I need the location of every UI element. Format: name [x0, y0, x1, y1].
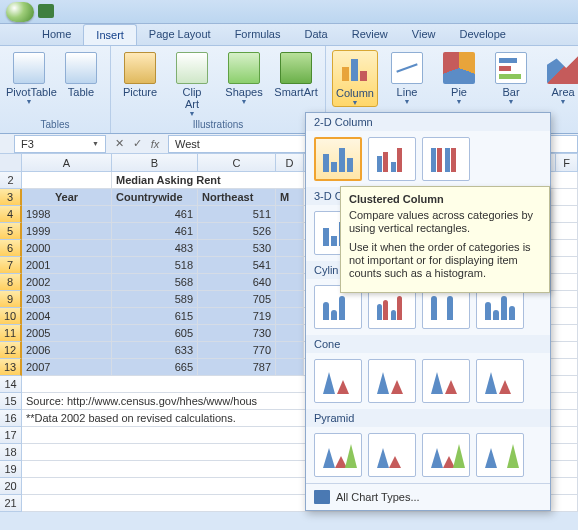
pivottable-button[interactable]: PivotTable▼	[6, 50, 52, 105]
line-chart-button[interactable]: Line▼	[384, 50, 430, 107]
cell[interactable]	[276, 274, 304, 291]
cancel-icon[interactable]: ✕	[112, 137, 126, 151]
colhead-b[interactable]: B	[112, 154, 198, 172]
smartart-button[interactable]: SmartArt	[273, 50, 319, 117]
cell[interactable]: 2000	[22, 240, 112, 257]
cell[interactable]: 770	[198, 342, 276, 359]
cell[interactable]	[276, 325, 304, 342]
rowhead-17[interactable]: 17	[0, 427, 22, 444]
name-box[interactable]: F3▼	[14, 135, 106, 153]
rowhead-12[interactable]: 12	[0, 342, 22, 359]
pyramid-option-2[interactable]	[368, 433, 416, 477]
cone-option-2[interactable]	[368, 359, 416, 403]
cell[interactable]: 2001	[22, 257, 112, 274]
cell[interactable]: 568	[112, 274, 198, 291]
rowhead-13[interactable]: 13	[0, 359, 22, 376]
rowhead-20[interactable]: 20	[0, 478, 22, 495]
cell[interactable]: Median Asking Rent	[112, 172, 304, 189]
cone-option-3[interactable]	[422, 359, 470, 403]
cell[interactable]	[276, 240, 304, 257]
cell[interactable]: 2007	[22, 359, 112, 376]
cell[interactable]: 605	[112, 325, 198, 342]
cell[interactable]: 787	[198, 359, 276, 376]
rowhead-21[interactable]: 21	[0, 495, 22, 512]
cell[interactable]	[276, 308, 304, 325]
cell[interactable]: 2005	[22, 325, 112, 342]
rowhead-19[interactable]: 19	[0, 461, 22, 478]
clipart-button[interactable]: ClipArt▼	[169, 50, 215, 117]
rowhead-8[interactable]: 8	[0, 274, 22, 291]
cell[interactable]: 511	[198, 206, 276, 223]
cell[interactable]: 719	[198, 308, 276, 325]
cell[interactable]: 705	[198, 291, 276, 308]
cell[interactable]	[276, 291, 304, 308]
picture-button[interactable]: Picture	[117, 50, 163, 117]
enter-icon[interactable]: ✓	[130, 137, 144, 151]
cell[interactable]: Year	[22, 189, 112, 206]
cell[interactable]: 518	[112, 257, 198, 274]
cell[interactable]: 530	[198, 240, 276, 257]
cell[interactable]: 2002	[22, 274, 112, 291]
cell[interactable]: M	[276, 189, 304, 206]
cell[interactable]	[276, 257, 304, 274]
tab-formulas[interactable]: Formulas	[223, 24, 293, 45]
bar-chart-button[interactable]: Bar▼	[488, 50, 534, 107]
cell[interactable]	[276, 223, 304, 240]
colhead-c[interactable]: C	[198, 154, 276, 172]
tab-review[interactable]: Review	[340, 24, 400, 45]
table-button[interactable]: Table	[58, 50, 104, 105]
pyramid-option-1[interactable]	[314, 433, 362, 477]
cell[interactable]: 1998	[22, 206, 112, 223]
cell[interactable]: Northeast	[198, 189, 276, 206]
cell[interactable]: 2006	[22, 342, 112, 359]
cell[interactable]: 1999	[22, 223, 112, 240]
cell[interactable]	[22, 172, 112, 189]
tab-home[interactable]: Home	[30, 24, 83, 45]
colhead-f[interactable]: F	[556, 154, 578, 172]
cell[interactable]: 730	[198, 325, 276, 342]
rowhead-10[interactable]: 10	[0, 308, 22, 325]
cell[interactable]: 461	[112, 223, 198, 240]
cell[interactable]	[276, 342, 304, 359]
rowhead-18[interactable]: 18	[0, 444, 22, 461]
all-chart-types-link[interactable]: All Chart Types...	[306, 483, 550, 510]
cell[interactable]: 640	[198, 274, 276, 291]
shapes-button[interactable]: Shapes▼	[221, 50, 267, 117]
cell[interactable]	[276, 359, 304, 376]
rowhead-16[interactable]: 16	[0, 410, 22, 427]
rowhead-7[interactable]: 7	[0, 257, 22, 274]
tab-developer[interactable]: Develope	[447, 24, 517, 45]
rowhead-4[interactable]: 4	[0, 206, 22, 223]
column-chart-button[interactable]: Column▼	[332, 50, 378, 107]
area-chart-button[interactable]: Area▼	[540, 50, 578, 107]
rowhead-14[interactable]: 14	[0, 376, 22, 393]
stacked-column-option[interactable]	[368, 137, 416, 181]
rowhead-6[interactable]: 6	[0, 240, 22, 257]
rowhead-3[interactable]: 3	[0, 189, 22, 206]
clustered-column-option[interactable]	[314, 137, 362, 181]
cell[interactable]: 2004	[22, 308, 112, 325]
cell[interactable]: 461	[112, 206, 198, 223]
cell[interactable]: 633	[112, 342, 198, 359]
cell[interactable]: 2003	[22, 291, 112, 308]
tab-page-layout[interactable]: Page Layout	[137, 24, 223, 45]
rowhead-5[interactable]: 5	[0, 223, 22, 240]
cell[interactable]: 541	[198, 257, 276, 274]
tab-insert[interactable]: Insert	[83, 24, 137, 45]
rowhead-9[interactable]: 9	[0, 291, 22, 308]
colhead-a[interactable]: A	[22, 154, 112, 172]
cell[interactable]: 526	[198, 223, 276, 240]
select-all-corner[interactable]	[0, 154, 22, 172]
cone-option-4[interactable]	[476, 359, 524, 403]
cell[interactable]: 665	[112, 359, 198, 376]
pyramid-option-4[interactable]	[476, 433, 524, 477]
colhead-d[interactable]: D	[276, 154, 304, 172]
cell[interactable]: 483	[112, 240, 198, 257]
cell[interactable]: 589	[112, 291, 198, 308]
rowhead-11[interactable]: 11	[0, 325, 22, 342]
rowhead-2[interactable]: 2	[0, 172, 22, 189]
office-button[interactable]	[6, 2, 34, 22]
tab-view[interactable]: View	[400, 24, 448, 45]
cone-option-1[interactable]	[314, 359, 362, 403]
rowhead-15[interactable]: 15	[0, 393, 22, 410]
